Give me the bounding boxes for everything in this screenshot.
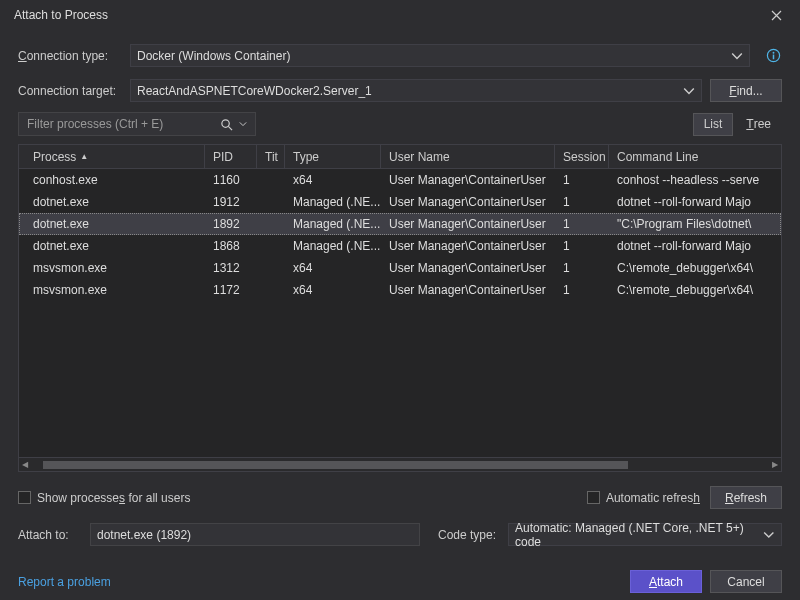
table-cell: 1: [555, 261, 609, 275]
col-session[interactable]: Session: [555, 145, 609, 168]
table-cell: "C:\Program Files\dotnet\: [609, 217, 781, 231]
table-cell: 1160: [205, 173, 257, 187]
table-cell: msvsmon.exe: [19, 283, 205, 297]
report-problem-link[interactable]: Report a problem: [18, 575, 111, 589]
search-icon: [220, 118, 233, 131]
table-cell: User Manager\ContainerUser: [381, 217, 555, 231]
table-cell: 1: [555, 195, 609, 209]
close-icon: [771, 10, 782, 21]
filter-processes-input[interactable]: Filter processes (Ctrl + E): [18, 112, 256, 136]
table-cell: User Manager\ContainerUser: [381, 239, 555, 253]
table-cell: x64: [285, 261, 381, 275]
table-row[interactable]: msvsmon.exe1312x64User Manager\Container…: [19, 257, 781, 279]
table-cell: Managed (.NE...: [285, 195, 381, 209]
table-cell: User Manager\ContainerUser: [381, 261, 555, 275]
table-cell: User Manager\ContainerUser: [381, 195, 555, 209]
attach-button[interactable]: Attach: [630, 570, 702, 593]
attach-to-label: Attach to:: [18, 528, 82, 542]
table-cell: 1: [555, 173, 609, 187]
connection-type-label: Connection type:: [18, 49, 122, 63]
chevron-down-icon: [731, 50, 743, 62]
col-cmd[interactable]: Command Line: [609, 145, 781, 168]
table-cell: C:\remote_debugger\x64\: [609, 283, 781, 297]
auto-refresh-label[interactable]: Automatic refresh: [587, 491, 700, 505]
code-type-value: Automatic: Managed (.NET Core, .NET 5+) …: [515, 521, 763, 549]
scroll-right-icon: ▶: [769, 460, 781, 469]
table-cell: 1: [555, 283, 609, 297]
col-process[interactable]: Process▲: [19, 145, 205, 168]
table-row[interactable]: conhost.exe1160x64User Manager\Container…: [19, 169, 781, 191]
scroll-left-icon: ◀: [19, 460, 31, 469]
table-cell: dotnet --roll-forward Majo: [609, 195, 781, 209]
table-cell: dotnet.exe: [19, 195, 205, 209]
table-row[interactable]: dotnet.exe1892Managed (.NE...User Manage…: [19, 213, 781, 235]
window-title: Attach to Process: [14, 8, 108, 22]
table-row[interactable]: msvsmon.exe1172x64User Manager\Container…: [19, 279, 781, 301]
table-cell: User Manager\ContainerUser: [381, 173, 555, 187]
table-cell: msvsmon.exe: [19, 261, 205, 275]
table-cell: User Manager\ContainerUser: [381, 283, 555, 297]
connection-target-label: Connection target:: [18, 84, 122, 98]
list-view-button[interactable]: List: [693, 113, 734, 136]
col-title[interactable]: Tit: [257, 145, 285, 168]
connection-type-value: Docker (Windows Container): [137, 49, 290, 63]
col-pid[interactable]: PID: [205, 145, 257, 168]
table-cell: dotnet.exe: [19, 239, 205, 253]
cancel-button[interactable]: Cancel: [710, 570, 782, 593]
table-cell: 1868: [205, 239, 257, 253]
col-type[interactable]: Type: [285, 145, 381, 168]
table-cell: conhost.exe: [19, 173, 205, 187]
table-cell: conhost --headless --serve: [609, 173, 781, 187]
close-button[interactable]: [756, 0, 796, 30]
table-row[interactable]: dotnet.exe1912Managed (.NE...User Manage…: [19, 191, 781, 213]
show-all-users-checkbox[interactable]: [18, 491, 31, 504]
attach-to-field[interactable]: dotnet.exe (1892): [90, 523, 420, 546]
table-body: conhost.exe1160x64User Manager\Container…: [19, 169, 781, 457]
table-cell: 1: [555, 217, 609, 231]
table-cell: Managed (.NE...: [285, 239, 381, 253]
svg-point-1: [772, 52, 774, 54]
auto-refresh-checkbox[interactable]: [587, 491, 600, 504]
show-all-users-label[interactable]: Show processes for all users: [18, 491, 190, 505]
filter-placeholder: Filter processes (Ctrl + E): [27, 117, 163, 131]
find-button[interactable]: Find...: [710, 79, 782, 102]
chevron-down-icon: [683, 85, 695, 97]
connection-type-dropdown[interactable]: Docker (Windows Container): [130, 44, 750, 67]
table-cell: 1172: [205, 283, 257, 297]
table-cell: C:\remote_debugger\x64\: [609, 261, 781, 275]
process-table: Process▲ PID Tit Type User Name Session …: [18, 144, 782, 472]
table-cell: 1: [555, 239, 609, 253]
code-type-label: Code type:: [428, 528, 500, 542]
table-row[interactable]: dotnet.exe1868Managed (.NE...User Manage…: [19, 235, 781, 257]
tree-view-button[interactable]: Tree: [735, 113, 782, 136]
svg-point-3: [222, 119, 229, 126]
refresh-button[interactable]: Refresh: [710, 486, 782, 509]
col-user[interactable]: User Name: [381, 145, 555, 168]
svg-rect-2: [772, 55, 774, 60]
connection-target-dropdown[interactable]: ReactAndASPNETCoreWDocker2.Server_1: [130, 79, 702, 102]
table-cell: 1892: [205, 217, 257, 231]
chevron-down-icon: [763, 529, 775, 541]
table-header: Process▲ PID Tit Type User Name Session …: [19, 145, 781, 169]
title-bar: Attach to Process: [0, 0, 800, 30]
horizontal-scrollbar[interactable]: ◀ ▶: [19, 457, 781, 471]
connection-target-value: ReactAndASPNETCoreWDocker2.Server_1: [137, 84, 372, 98]
table-cell: 1312: [205, 261, 257, 275]
sort-ascending-icon: ▲: [80, 152, 88, 161]
chevron-down-icon: [239, 120, 247, 128]
table-cell: x64: [285, 173, 381, 187]
table-cell: 1912: [205, 195, 257, 209]
table-cell: dotnet --roll-forward Majo: [609, 239, 781, 253]
table-cell: x64: [285, 283, 381, 297]
info-icon[interactable]: [764, 47, 782, 65]
code-type-dropdown[interactable]: Automatic: Managed (.NET Core, .NET 5+) …: [508, 523, 782, 546]
scrollbar-thumb[interactable]: [43, 461, 628, 469]
table-cell: Managed (.NE...: [285, 217, 381, 231]
table-cell: dotnet.exe: [19, 217, 205, 231]
